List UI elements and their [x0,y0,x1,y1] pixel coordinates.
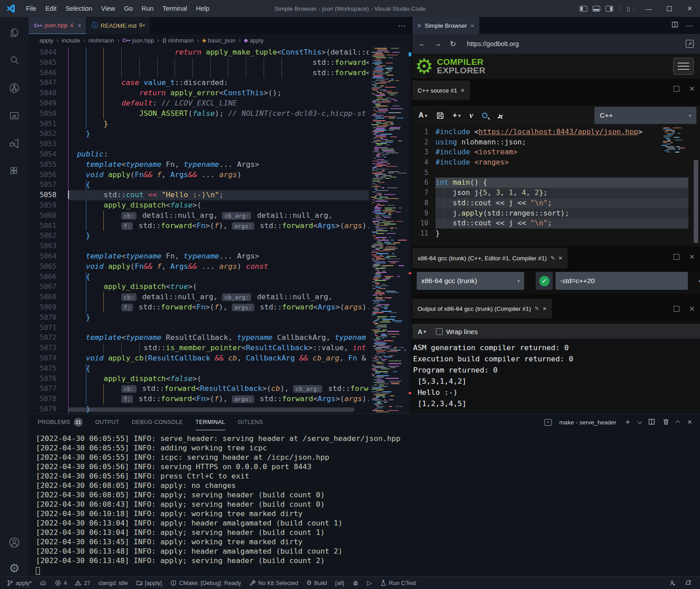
status-run-ctest[interactable]: Run CTest [378,580,418,586]
minimize-button[interactable]: — [638,0,659,17]
code-line[interactable]: 5045 std::forward<Res [29,58,369,68]
code-line[interactable]: 5047 case value_t::discarded: [29,78,369,88]
godbolt-code-line[interactable]: 3#include <iostream> [412,147,700,157]
code-line[interactable]: 5050 JSON_ASSERT(false); // NOLINT(cert-… [29,109,369,119]
breadcrumb-item-nlohmann[interactable]: nlohmann [89,37,114,44]
save-icon[interactable] [436,112,444,119]
terminal-output[interactable]: [2022-04-30 06:05:55] INFO: serve_header… [36,434,696,576]
code-line[interactable]: 5063 [29,241,369,251]
close-pane-icon[interactable]: × [689,254,695,260]
menu-help[interactable]: Help [192,3,214,14]
compiler-tab[interactable]: x86-64 gcc (trunk) (C++, Editor #1, Comp… [412,248,568,268]
kill-terminal-icon[interactable] [662,418,670,427]
menu-selection[interactable]: Selection [61,3,97,14]
code-line[interactable]: 5057 { [29,180,369,190]
code-line[interactable]: 5062 } [29,231,369,241]
status-warnings[interactable]: 27 [73,580,92,586]
url-input[interactable]: https://godbolt.org [464,40,678,47]
godbolt-code-line[interactable]: 10 std::cout << j << "\n"; [412,218,700,229]
code-line[interactable]: 5059 apply_dispatch<false>( [29,200,369,211]
status-clangd-status[interactable]: clangd: idle [96,580,130,586]
code-line[interactable]: 5055 template<typename Fn, typename... A… [29,160,369,170]
back-icon[interactable]: ← [418,39,426,48]
compiler-select[interactable]: x86-64 gcc (trunk) ▾ [417,272,524,290]
toggle-panel-icon[interactable] [593,6,600,12]
add-pane-button[interactable]: +▾ [453,111,461,119]
code-line[interactable]: 5061 f: std::forward<Fn>(f), args: std::… [29,221,369,231]
code-line[interactable]: 5064 template<typename Fn, typename... A… [29,251,369,262]
close-panel-icon[interactable]: × [687,418,692,427]
close-pane-icon[interactable]: × [689,306,695,312]
status-cmake-build[interactable]: ⚙Build [304,579,329,586]
godbolt-scrollbar[interactable] [694,160,698,243]
godbolt-code-line[interactable]: 1#include <https://localhost:8443/apply/… [412,127,700,137]
more-actions-icon[interactable]: ⋯ [686,21,693,30]
extensions-icon[interactable] [0,161,29,182]
breadcrumb-item-apply[interactable]: apply [39,37,53,44]
tab-json-hpp[interactable]: C++ json.hpp 4 × [29,17,86,34]
maximize-pane-icon[interactable] [674,254,679,260]
minimap[interactable] [371,47,408,414]
code-line[interactable]: 5066 { [29,272,369,282]
compiler-options-input[interactable]: -std=c++20 [555,272,688,290]
godbolt-code-line[interactable]: 2using nlohmann::json; [412,137,700,148]
output-font-size-button[interactable]: A▾ [418,328,426,335]
code-line[interactable]: 5068 cb: detail::null_arg, cb_arg: detai… [29,292,369,302]
rename-icon[interactable]: ✎ [551,255,555,261]
code-line[interactable]: 5077 cb: std::forward<ResultCallback>(cb… [29,384,369,394]
status-cmake-target[interactable]: [all] [333,580,346,586]
source-control-icon[interactable] [0,78,29,98]
godbolt-code-line[interactable]: 7 json j{5, 3, 1, 4, 2}; [412,188,700,198]
godbolt-code-line[interactable]: 11} [412,229,700,239]
cmake-icon[interactable] [0,106,29,126]
menu-file[interactable]: File [21,3,41,14]
menu-terminal[interactable]: Terminal [158,3,192,14]
status-cmake-debug[interactable] [350,580,361,586]
status-notifications[interactable] [683,580,694,586]
code-line[interactable]: 5078 f: std::forward<Fn>(f), args: std::… [29,394,369,404]
wrap-lines-checkbox[interactable] [436,328,443,335]
code-line[interactable]: 5073 std::is_member_pointer<ResultCallba… [29,343,369,353]
close-icon[interactable]: × [543,305,546,312]
breadcrumb-item-json.hpp[interactable]: C++json.hpp [122,37,154,44]
status-cmake-status[interactable]: CMake: [Debug]: Ready [168,580,243,586]
close-window-button[interactable]: × [679,0,700,17]
code-line[interactable]: 5070 } [29,313,369,323]
panel-tab-output[interactable]: OUTPUT [95,414,120,430]
close-tab-icon[interactable]: × [470,22,474,29]
code-line[interactable]: 5065 void apply(Fn&& f, Args&& ... args)… [29,262,369,272]
open-external-icon[interactable]: ↗ [686,40,694,48]
code-line[interactable]: 5053 [29,139,369,149]
language-select[interactable]: C++ ▾ [594,107,696,124]
search-icon[interactable] [0,50,29,71]
code-line[interactable]: 5074 void apply_cb(ResultCallback && cb,… [29,353,369,364]
rename-icon[interactable]: ✎ [535,305,539,312]
breadcrumb-item-nlohmann[interactable]: {}nlohmann [162,37,194,44]
code-editor[interactable]: 5044 return apply_make_tuple<ConstThis>(… [29,47,412,414]
maximize-pane-icon[interactable] [674,86,679,92]
status-sync[interactable] [38,580,49,586]
status-remote-account[interactable] [667,580,678,586]
customize-layout-icon[interactable]: ▯ : [627,5,635,12]
code-line[interactable]: 5069 f: std::forward<Fn>(f), args: std::… [29,302,369,313]
code-line[interactable]: 5046 std::forward<Fn> [29,68,369,78]
code-line[interactable]: 5071 [29,323,369,333]
split-terminal-icon[interactable] [648,418,655,427]
forward-icon[interactable]: → [434,39,442,48]
menu-go[interactable]: Go [120,3,137,14]
explorer-icon[interactable] [0,22,29,43]
more-actions-icon[interactable]: ⋯ [398,21,405,30]
godbolt-code-line[interactable]: 8 std::cout << j << "\n"; [412,198,700,208]
tab-simple-browser[interactable]: ≡ Simple Browser × [412,17,480,34]
reload-icon[interactable]: ↻ [450,39,456,49]
vim-mode-icon[interactable]: v [470,111,473,120]
split-editor-icon[interactable] [671,21,679,30]
maximize-panel-icon[interactable] [675,420,680,425]
code-line[interactable]: 5048 return apply_error<ConstThis>(); [29,88,369,98]
status-git-branch[interactable]: apply* [4,580,34,586]
godbolt-code-line[interactable]: 4#include <ranges> [412,157,700,168]
status-errors[interactable]: 4 [52,580,69,586]
code-line[interactable]: 5076 apply_dispatch<false>( [29,374,369,384]
code-line[interactable]: 5054 public: [29,149,369,160]
cppinsights-icon[interactable] [496,112,504,119]
